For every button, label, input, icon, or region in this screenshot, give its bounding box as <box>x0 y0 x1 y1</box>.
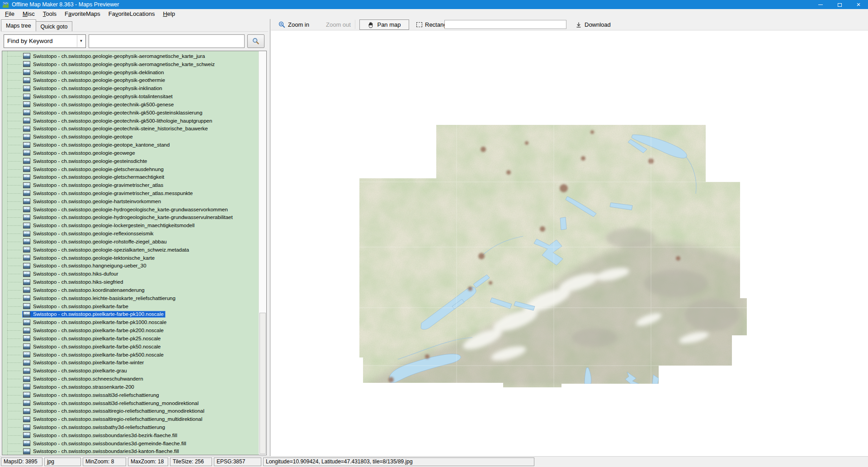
tree-item-label: Swisstopo - ch.swisstopo.swissboundaries… <box>33 433 177 438</box>
maps-tree: Swisstopo - ch.swisstopo.geologie-geophy… <box>2 51 267 455</box>
tree-item[interactable]: Swisstopo - ch.swisstopo.pixelkarte-farb… <box>2 318 258 326</box>
tree-item[interactable]: Swisstopo - ch.swisstopo.swissaltiregio-… <box>2 415 258 423</box>
coordinate-input[interactable] <box>444 20 566 29</box>
tree-item[interactable]: Swisstopo - ch.swisstopo.geologie-spezia… <box>2 246 258 254</box>
tree-item[interactable]: Swisstopo - ch.swisstopo.geologie-hartst… <box>2 197 258 205</box>
tree-item[interactable]: Swisstopo - ch.swisstopo.pixelkarte-farb… <box>2 351 258 359</box>
tree-item-label: Swisstopo - ch.swisstopo.pixelkarte-farb… <box>33 304 128 309</box>
tab-quick-goto[interactable]: Quick goto <box>36 21 73 31</box>
map-layer-icon <box>23 335 30 341</box>
tree-item-label: Swisstopo - ch.swisstopo.geologie-reflex… <box>33 231 154 236</box>
tree-item[interactable]: Swisstopo - ch.swisstopo.swissboundaries… <box>2 431 258 439</box>
tree-item[interactable]: Swisstopo - ch.swisstopo.geologie-geophy… <box>2 92 258 100</box>
tree-scrollbar-thumb[interactable] <box>259 313 266 454</box>
pan-map-button[interactable]: Pan map <box>359 19 409 30</box>
tree-item[interactable]: Swisstopo - ch.swisstopo.geologie-geotec… <box>2 124 258 133</box>
tree-item[interactable]: Swisstopo - ch.swisstopo.geologie-geophy… <box>2 52 258 60</box>
tree-item[interactable]: Swisstopo - ch.swisstopo.swissaltiregio-… <box>2 407 258 415</box>
menu-favoritemaps[interactable]: FavoriteMaps <box>61 10 104 19</box>
tree-item[interactable]: Swisstopo - ch.swisstopo.pixelkarte-farb… <box>2 326 258 334</box>
tree-item[interactable]: Swisstopo - ch.swisstopo.geologie-geophy… <box>2 60 258 68</box>
tree-item-label: Swisstopo - ch.swisstopo.geologie-geotec… <box>33 118 212 124</box>
search-input[interactable] <box>89 34 245 48</box>
search-button[interactable] <box>247 34 264 48</box>
tree-item[interactable]: Swisstopo - ch.swisstopo.geologie-geotec… <box>2 109 258 117</box>
tree-item[interactable]: Swisstopo - ch.swisstopo.geologie-gestei… <box>2 157 258 165</box>
tree-item[interactable]: Swisstopo - ch.swisstopo.schneeschuhwand… <box>2 375 258 383</box>
map-layer-icon <box>23 416 30 422</box>
tree-item[interactable]: Swisstopo - ch.swisstopo.hiks-siegfried <box>2 278 258 286</box>
tree-item[interactable]: Swisstopo - ch.swisstopo.geologie-gletsc… <box>2 173 258 181</box>
tree-item[interactable]: Swisstopo - ch.swisstopo.pixelkarte-farb… <box>2 358 258 367</box>
map-layer-icon <box>23 368 30 374</box>
tree-item[interactable]: Swisstopo - ch.swisstopo.swissboundaries… <box>2 448 258 455</box>
menu-file[interactable]: File <box>1 10 19 19</box>
tree-item[interactable]: Swisstopo - ch.swisstopo.geologie-gravim… <box>2 189 258 197</box>
map-layer-icon <box>23 392 30 398</box>
tree-item-label: Swisstopo - ch.swisstopo.hiks-dufour <box>33 271 118 276</box>
tree-item[interactable]: Swisstopo - ch.swisstopo.geologie-geotec… <box>2 100 258 109</box>
map-layer-icon <box>23 110 30 115</box>
tree-item-label: Swisstopo - ch.swisstopo.pixelkarte-farb… <box>33 311 164 317</box>
download-button[interactable]: Download <box>576 20 611 29</box>
close-button[interactable]: × <box>849 0 868 9</box>
tree-item[interactable]: Swisstopo - ch.swisstopo.geologie-gravim… <box>2 181 258 189</box>
map-layer-icon <box>23 174 30 180</box>
search-row: Find by Keyword ▼ <box>0 34 270 48</box>
minimize-icon <box>818 5 823 5</box>
tree-item-label: Swisstopo - ch.swisstopo.geologie-tekton… <box>33 255 155 261</box>
tree-item[interactable]: Swisstopo - ch.swisstopo.geologie-hydrog… <box>2 214 258 222</box>
tree-item[interactable]: Swisstopo - ch.swisstopo.geologie-geotop… <box>2 133 258 141</box>
tree-item-label: Swisstopo - ch.swisstopo.geologie-spezia… <box>33 247 189 253</box>
map-layer-icon <box>23 271 30 277</box>
map-layer-icon <box>23 287 30 293</box>
tree-item[interactable]: Swisstopo - ch.swisstopo.geologie-locker… <box>2 221 258 229</box>
tree-item-label: Swisstopo - ch.swisstopo.swissaltiregio-… <box>33 416 203 422</box>
tree-item[interactable]: Swisstopo - ch.swisstopo.geologie-tekton… <box>2 254 258 262</box>
tree-item[interactable]: Swisstopo - ch.swisstopo.geologie-hydrog… <box>2 205 258 214</box>
tree-item[interactable]: Swisstopo - ch.swisstopo.geologie-geophy… <box>2 76 258 84</box>
tree-item[interactable]: Swisstopo - ch.swisstopo.swissboundaries… <box>2 439 258 448</box>
tree-item[interactable]: Swisstopo - ch.swisstopo.koordinatenaend… <box>2 286 258 294</box>
tree-item[interactable]: Swisstopo - ch.swisstopo.pixelkarte-farb… <box>2 310 258 319</box>
find-mode-value: Find by Keyword <box>7 38 53 44</box>
chevron-down-icon[interactable]: ▼ <box>77 35 85 47</box>
window-title: Offline Map Maker 8.363 - Maps Previewer <box>12 0 119 9</box>
map-layer-icon <box>23 408 30 414</box>
tree-item[interactable]: Swisstopo - ch.swisstopo.swissalti3d-rel… <box>2 399 258 407</box>
tree-item[interactable]: Swisstopo - ch.swisstopo.geologie-reflex… <box>2 229 258 238</box>
tree-item[interactable]: Swisstopo - ch.swisstopo.pixelkarte-farb… <box>2 302 258 310</box>
tree-item[interactable]: Swisstopo - ch.swisstopo.geologie-geotec… <box>2 117 258 125</box>
minimize-button[interactable] <box>811 0 830 9</box>
tree-item[interactable]: Swisstopo - ch.swisstopo.geologie-geophy… <box>2 84 258 92</box>
restore-button[interactable] <box>830 0 849 9</box>
tree-item[interactable]: Swisstopo - ch.swisstopo.geologie-geophy… <box>2 68 258 76</box>
find-mode-select[interactable]: Find by Keyword ▼ <box>4 34 86 48</box>
tree-item[interactable]: Swisstopo - ch.swisstopo.hangneigung-ueb… <box>2 262 258 270</box>
tree-item[interactable]: Swisstopo - ch.swisstopo.geologie-geotop… <box>2 141 258 149</box>
menu-help[interactable]: Help <box>159 10 179 19</box>
switzerland-topo-map-mosaic[interactable] <box>359 125 748 387</box>
menu-tools[interactable]: Tools <box>39 10 61 19</box>
menu-misc[interactable]: Misc <box>19 10 39 19</box>
tree-item-label: Swisstopo - ch.swisstopo.geologie-geotec… <box>33 126 208 131</box>
tree-item[interactable]: Swisstopo - ch.swisstopo.geologie-geoweg… <box>2 149 258 157</box>
tree-scrollbar[interactable] <box>259 51 266 455</box>
tree-item[interactable]: Swisstopo - ch.swisstopo.hiks-dufour <box>2 270 258 278</box>
menu-favoritelocations[interactable]: FavoriteLocations <box>104 10 159 19</box>
tree-item[interactable]: Swisstopo - ch.swisstopo.pixelkarte-farb… <box>2 343 258 351</box>
tree-item[interactable]: Swisstopo - ch.swisstopo.geologie-gletsc… <box>2 165 258 173</box>
zoom-out-button: Zoom out <box>326 20 351 29</box>
map-layer-icon <box>23 311 30 317</box>
tree-item[interactable]: Swisstopo - ch.swisstopo.swissbathy3d-re… <box>2 423 258 431</box>
tab-maps-tree[interactable]: Maps tree <box>1 19 36 31</box>
map-layer-icon <box>23 303 30 309</box>
tree-item[interactable]: Swisstopo - ch.swisstopo.geologie-rohsto… <box>2 238 258 246</box>
tree-item[interactable]: Swisstopo - ch.swisstopo.swissalti3d-rel… <box>2 391 258 399</box>
tree-item[interactable]: Swisstopo - ch.swisstopo.pixelkarte-farb… <box>2 334 258 343</box>
tree-item[interactable]: Swisstopo - ch.swisstopo.strassenkarte-2… <box>2 383 258 391</box>
tree-item[interactable]: Swisstopo - ch.swisstopo.pixelkarte-grau <box>2 367 258 375</box>
tree-item[interactable]: Swisstopo - ch.swisstopo.leichte-basiska… <box>2 294 258 302</box>
tree-item-label: Swisstopo - ch.swisstopo.strassenkarte-2… <box>33 384 134 390</box>
zoom-in-button[interactable]: Zoom in <box>278 20 309 29</box>
